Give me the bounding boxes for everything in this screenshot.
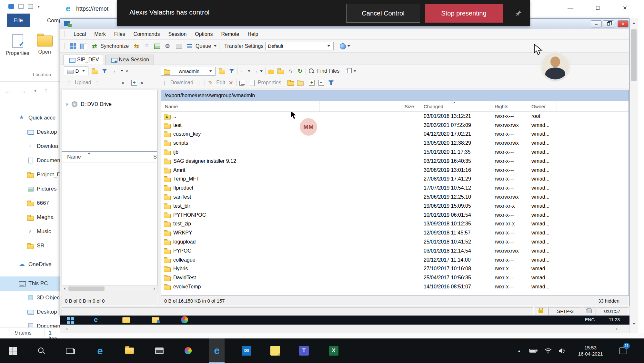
remote-ie-icon[interactable]: e [94, 316, 102, 324]
synchronize-label[interactable]: Synchronize [100, 43, 129, 49]
delete-icon[interactable] [227, 79, 235, 87]
local-hscrollbar[interactable]: ‹ › [62, 285, 157, 292]
duplicate-session-icon[interactable] [345, 67, 353, 75]
open-folder-icon[interactable] [277, 67, 285, 75]
open-button[interactable]: Open [32, 34, 57, 55]
table-row[interactable]: test 30/03/2021 07:55:09 rwxrwxrwx wmad.… [161, 121, 629, 130]
recent-locations-icon[interactable]: ▼ [34, 89, 37, 93]
table-row[interactable]: WRKPY 12/09/2018 11:45:57 rwxr-x--- wmad… [161, 228, 629, 237]
filter-icon[interactable] [101, 67, 108, 75]
sidebar-item[interactable]: Desktop [0, 125, 60, 139]
local-back-icon[interactable] [112, 67, 120, 75]
site-globe-icon[interactable] [339, 42, 347, 50]
table-row[interactable]: Amrit 30/08/2019 13:01:16 rwxr-x--- wmad… [161, 166, 629, 175]
column-rights[interactable]: Rights [490, 101, 528, 111]
volume-icon[interactable] [556, 338, 568, 363]
select-add-icon[interactable] [308, 79, 316, 87]
menu-item[interactable]: Remote [217, 30, 243, 38]
new-file-icon[interactable] [297, 79, 304, 87]
tree-expand-icon[interactable] [66, 103, 68, 106]
queue-dropdown-icon[interactable] [214, 45, 216, 47]
remote-path-bar[interactable]: /export/home/users/wmgroup/wmadmin [161, 90, 629, 101]
taskbar-sticky-notes[interactable] [267, 338, 283, 363]
back-dropdown-icon[interactable] [121, 70, 123, 72]
menu-item[interactable]: Help [244, 30, 263, 38]
table-row[interactable]: PYPOC 03/01/2018 12:14:54 rwxrwxrwx wmad… [161, 246, 629, 255]
table-row[interactable]: PYTHONPOC 10/01/2019 06:01:54 rwxr-x--- … [161, 211, 629, 220]
queue-label[interactable]: Queue [196, 43, 211, 49]
transfer-settings-combo[interactable]: Default [265, 42, 334, 50]
taskbar-paint[interactable] [180, 338, 196, 363]
sidebar-item[interactable]: SR [0, 239, 60, 253]
sidebar-item[interactable]: Pictures [0, 182, 60, 196]
local-drive-combo[interactable]: D [64, 67, 88, 75]
session-dropdown-icon[interactable] [354, 70, 356, 72]
protocol-status[interactable]: SFTP-3 [548, 307, 582, 315]
sidebar-item[interactable]: OneDrive [0, 257, 60, 272]
local-column-size[interactable]: S [151, 152, 157, 162]
forward-dropdown-icon[interactable] [260, 70, 263, 72]
taskbar-file-explorer[interactable] [122, 338, 137, 363]
scroll-right-icon[interactable]: › [616, 326, 618, 332]
new-folder-icon[interactable] [287, 79, 295, 87]
action-center-button[interactable]: 21 [618, 338, 629, 363]
view-grid-icon[interactable] [69, 42, 77, 50]
commander-view-icon[interactable] [80, 42, 87, 50]
up-button[interactable]: ↑ [44, 87, 48, 95]
qat-customize-icon[interactable]: ▼ [37, 5, 40, 8]
table-row[interactable]: sanTest 25/06/2019 12:25:10 rwxrwxrwx wm… [161, 192, 629, 202]
queue-icon[interactable] [186, 42, 194, 50]
scroll-right-icon[interactable]: › [154, 285, 155, 291]
search-button[interactable] [34, 338, 49, 363]
back-button[interactable]: ← [5, 87, 12, 95]
taskbar-app-window[interactable] [152, 338, 167, 363]
properties-icon[interactable] [248, 79, 256, 87]
column-size[interactable]: Size [320, 101, 418, 111]
browser-minimize-button[interactable]: — [564, 5, 577, 11]
properties-label[interactable]: Properties [258, 80, 281, 86]
console-icon[interactable] [175, 42, 183, 50]
taskbar-edge[interactable]: e [92, 338, 108, 363]
qat-button-icon[interactable] [18, 4, 24, 9]
sidebar-item[interactable]: Music [0, 224, 60, 239]
add-icon[interactable] [130, 79, 138, 87]
duplicate-icon[interactable] [238, 79, 246, 87]
sidebar-item[interactable]: Downloa [0, 139, 60, 153]
select-remove-icon[interactable] [317, 79, 325, 87]
remote-locked-folder-icon[interactable] [152, 316, 160, 324]
remote-start-icon[interactable] [67, 316, 75, 324]
download-background-icon[interactable] [195, 79, 203, 87]
scroll-left-icon[interactable]: ‹ [66, 326, 68, 332]
scroll-down-icon[interactable]: ▼ [632, 322, 636, 326]
table-row[interactable]: test_zip 13/09/2018 10:12:35 rwxr-xr-x w… [161, 220, 629, 229]
download-label[interactable]: Download [170, 80, 193, 86]
taskbar-outlook[interactable]: ✉ [239, 338, 254, 363]
table-row[interactable]: SAG designer installer 9.12 03/12/2019 1… [161, 157, 629, 166]
battery-icon[interactable] [528, 338, 539, 363]
remote-paint-icon[interactable] [181, 316, 189, 324]
log-status[interactable] [583, 307, 595, 315]
toolbar-overflow-icon[interactable]: » [122, 80, 125, 86]
remote-back-icon[interactable] [239, 67, 247, 75]
menu-item[interactable]: Local [69, 30, 90, 38]
refresh-icon[interactable] [296, 67, 304, 75]
scroll-up-icon[interactable]: ▲ [632, 21, 636, 25]
wifi-icon[interactable] [542, 338, 554, 363]
scroll-left-icon[interactable]: ‹ [64, 285, 65, 291]
synchronize-browsing-icon[interactable] [133, 42, 140, 50]
sidebar-item[interactable]: Megha [0, 210, 60, 224]
winscp-restore-button[interactable] [603, 20, 614, 27]
remote-hscrollbar[interactable]: ‹ › [60, 325, 629, 333]
home-directory-icon[interactable] [287, 67, 294, 75]
custom-commands-icon[interactable] [153, 42, 161, 50]
remote-forward-icon[interactable] [251, 67, 259, 75]
table-row[interactable]: ffproduct 17/07/2019 10:54:12 rwxr-x--- … [161, 183, 629, 192]
parent-directory-icon[interactable] [267, 67, 275, 75]
vertical-scrollbar[interactable]: ▲ ▼ [629, 18, 638, 333]
local-column-name[interactable]: Name [62, 152, 151, 162]
open-directory-icon[interactable] [218, 67, 226, 75]
sidebar-item[interactable]: 3D Objec [0, 291, 60, 305]
table-row[interactable]: scripts 13/05/2020 12:38:29 rwxrwxrwx wm… [161, 139, 629, 148]
sidebar-item[interactable]: 6667 [0, 196, 60, 210]
table-row[interactable]: custom_key 04/12/2020 17:02:21 rwxr-x---… [161, 130, 629, 139]
